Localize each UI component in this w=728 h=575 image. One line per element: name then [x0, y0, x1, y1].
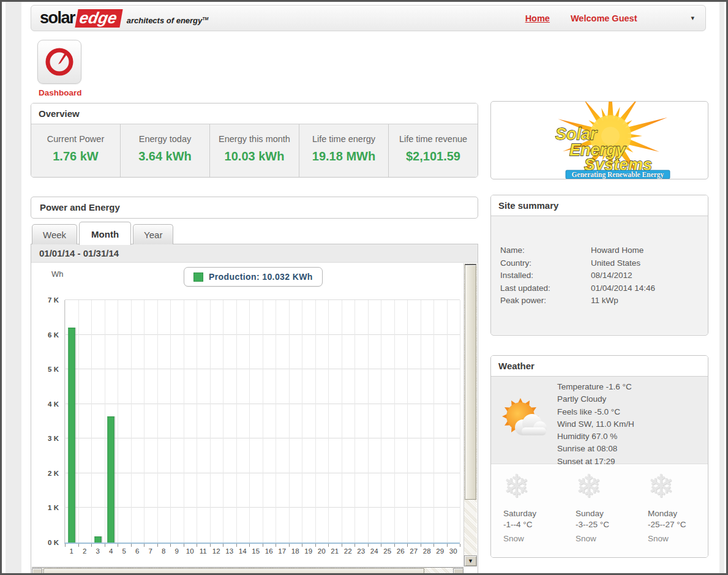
x-tick-label: 18	[291, 547, 299, 555]
gridline-vertical	[315, 300, 316, 543]
left-margin-strip	[6, 2, 21, 573]
weather-wind: Wind SW, 11.0 Km/H	[557, 418, 634, 430]
x-tick-label: 23	[357, 547, 365, 555]
x-tick-label: 25	[383, 547, 391, 555]
production-bar-day-1[interactable]	[68, 328, 75, 543]
horizontal-scrollbar-thumb[interactable]	[43, 568, 424, 575]
x-tick-label: 16	[265, 547, 273, 555]
site-row-label: Peak power:	[500, 295, 591, 307]
tab-week[interactable]: Week	[32, 224, 77, 244]
x-axis-tick	[144, 544, 144, 547]
solaredge-logo: solar edge architects of energyTM	[40, 9, 208, 28]
production-bar-day-4[interactable]	[108, 416, 114, 543]
site-row-label: Installed:	[500, 269, 591, 282]
dashboard-label[interactable]: Dashboard	[39, 88, 92, 97]
weather-feels-like: Feels like -5.0 °C	[557, 406, 634, 418]
gridline-vertical	[342, 300, 342, 543]
stat-label: Energy this month	[210, 134, 299, 144]
gridline-vertical	[105, 300, 105, 543]
gridline-vertical	[118, 300, 118, 543]
x-tick-label: 30	[449, 547, 457, 555]
x-tick-label: 1	[70, 547, 73, 555]
user-menu-caret-icon[interactable]: ▾	[691, 14, 694, 22]
stat-energy-month: Energy this month 10.03 kWh	[209, 124, 299, 178]
overview-panel: Overview Current Power 1.76 kW Energy to…	[31, 103, 478, 178]
x-axis-tick	[328, 544, 329, 547]
gridline-vertical	[421, 300, 421, 543]
forecast-day-label: Monday	[648, 508, 708, 519]
welcome-user-label: Welcome Guest	[571, 13, 637, 23]
x-axis-tick	[289, 544, 290, 547]
gridline-vertical	[289, 300, 290, 543]
x-axis-tick	[170, 544, 171, 547]
logo-edge-badge: edge	[75, 9, 122, 28]
y-axis-labels: 0 K1 K2 K3 K4 K5 K6 K7 K	[32, 300, 61, 543]
x-axis-tick	[368, 544, 369, 547]
gridline-vertical	[65, 300, 66, 543]
gridline-vertical	[157, 300, 158, 543]
forecast-condition: Snow	[576, 534, 636, 543]
chart-area: Wh Production: 10.032 KWh 0 K1 K2 K3 K4 …	[32, 263, 463, 566]
gridline-vertical	[381, 300, 381, 543]
solar-energy-systems-logo: Solar Energy Systems Generating Renewabl…	[491, 102, 708, 179]
x-axis-tick	[118, 544, 118, 547]
site-summary-panel: Site summary Name: Howard Home Country: …	[490, 195, 708, 336]
gridline-vertical	[249, 300, 250, 543]
logo-banner-text: Generating Renewable Energy	[572, 171, 664, 179]
chart-horizontal-scrollbar[interactable]	[32, 567, 463, 575]
production-bar-day-3[interactable]	[94, 536, 101, 543]
chart-vertical-scrollbar[interactable]: ▼	[463, 263, 477, 566]
x-tick-label: 17	[278, 547, 286, 555]
site-row-last-updated: Last updated: 01/04/2014 14:46	[491, 282, 708, 295]
x-tick-label: 9	[175, 547, 179, 555]
gridline-vertical	[91, 300, 92, 543]
tab-month[interactable]: Month	[79, 222, 131, 245]
overview-title: Overview	[31, 103, 478, 124]
weather-title: Weather	[491, 356, 708, 377]
gridline-vertical	[144, 300, 144, 543]
gridline-vertical	[407, 300, 408, 543]
site-row-label: Last updated:	[500, 282, 591, 295]
forecast-monday: ❄ Monday -25--27 °C Snow	[636, 464, 708, 558]
partly-cloudy-icon	[500, 396, 549, 445]
stat-label: Life time revenue	[389, 134, 478, 144]
gridline-vertical	[170, 300, 171, 543]
weather-temperature: Temperature -1.6 °C	[557, 381, 634, 393]
x-axis-tick	[342, 544, 342, 547]
scroll-left-button[interactable]	[32, 568, 42, 575]
dashboard-button[interactable]	[37, 40, 81, 84]
x-tick-label: 28	[423, 547, 431, 555]
date-range-label: 01/01/14 - 01/31/14	[31, 244, 478, 263]
weather-forecast: ❄ Saturday -1--4 °C Snow ❄ Sunday -3--25…	[491, 464, 708, 558]
legend-swatch-production	[193, 272, 203, 282]
scroll-right-button[interactable]	[453, 568, 463, 575]
tab-year[interactable]: Year	[133, 224, 173, 244]
y-tick-label: 2 K	[48, 470, 59, 477]
x-axis-tick	[91, 544, 92, 547]
x-axis-tick	[447, 544, 448, 547]
y-unit-label: Wh	[51, 269, 64, 279]
forecast-temps: -25--27 °C	[648, 519, 708, 530]
scroll-down-button[interactable]: ▼	[464, 555, 477, 566]
x-tick-label: 3	[96, 547, 100, 555]
y-tick-label: 4 K	[48, 400, 59, 408]
x-axis-tick	[249, 544, 250, 547]
stat-value: 1.76 kW	[31, 149, 120, 163]
gridline-vertical	[328, 300, 329, 543]
snow-icon: ❄	[503, 467, 563, 506]
x-axis-tick	[394, 544, 395, 547]
chart-legend: Production: 10.032 KWh	[184, 267, 323, 287]
gridline-vertical	[302, 300, 302, 543]
logo-solar-text: solar	[40, 9, 75, 28]
weather-condition: Partly Cloudy	[557, 393, 634, 405]
x-tick-label: 2	[83, 547, 86, 555]
x-tick-label: 19	[304, 547, 312, 555]
home-link[interactable]: Home	[525, 13, 550, 23]
vertical-scrollbar-thumb[interactable]	[465, 264, 476, 500]
x-axis-tick	[78, 544, 79, 547]
chart-panel: 01/01/14 - 01/31/14 Wh Production: 10.03…	[31, 244, 478, 575]
y-tick-label: 1 K	[48, 504, 59, 511]
x-axis-tick	[184, 544, 184, 547]
installer-logo-panel: Solar Energy Systems Generating Renewabl…	[490, 101, 708, 179]
weather-sunrise: Sunrise at 08:08	[557, 443, 634, 455]
